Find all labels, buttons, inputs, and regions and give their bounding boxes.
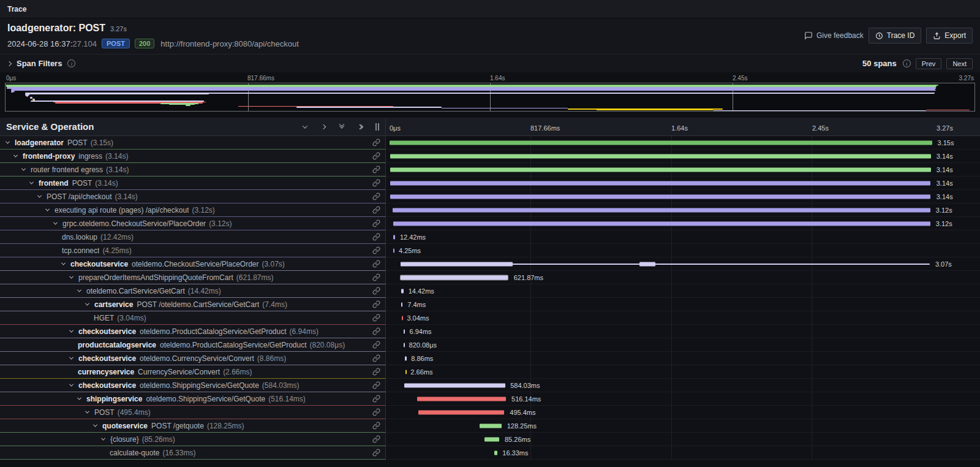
export-button[interactable]: Export [926,28,973,44]
span-timeline-cell[interactable]: 3.14s [386,150,980,163]
span-timeline-cell[interactable]: 7.4ms [386,298,980,311]
span-name-cell[interactable]: frontend-proxy ingress (3.14s) [0,150,386,163]
span-name-cell[interactable]: grpc.oteldemo.CheckoutService/PlaceOrder… [0,217,386,230]
trace-id-button[interactable]: Trace ID [869,28,922,44]
chevron-down-icon[interactable] [46,208,55,211]
span-row[interactable]: executing api route (pages) /api/checkou… [0,203,980,217]
chevron-down-icon[interactable] [78,289,86,292]
chevron-down-icon[interactable] [70,330,78,333]
span-row[interactable]: tcp.connect (4.25ms) 4.25ms [0,244,980,257]
span-row[interactable]: loadgenerator POST (3.15s) 3.15s [0,136,980,150]
chevron-down-icon[interactable] [22,168,31,171]
link-icon[interactable] [369,395,385,403]
span-name-cell[interactable]: {closure} (85.26ms) [0,433,386,446]
span-bar[interactable] [494,450,497,455]
chevron-down-icon[interactable] [70,384,78,387]
span-row[interactable]: frontend-proxy ingress (3.14s) 3.14s [0,150,980,163]
span-bar[interactable] [393,221,931,226]
span-name-cell[interactable]: prepareOrderItemsAndShippingQuoteFromCar… [0,271,386,284]
span-name-cell[interactable]: router frontend egress (3.14s) [0,163,386,177]
chevron-down-icon[interactable] [78,397,86,400]
prev-button[interactable]: Prev [916,58,942,69]
span-timeline-cell[interactable]: 4.25ms [386,244,980,257]
span-row[interactable]: cartservice POST /oteldemo.CartService/G… [0,298,980,311]
span-name-cell[interactable]: productcatalogservice oteldemo.ProductCa… [0,338,386,352]
span-timeline-cell[interactable]: 128.25ms [386,419,980,433]
span-row[interactable]: quoteservice POST /getquote (128.25ms) 1… [0,419,980,433]
chevron-down-icon[interactable] [30,181,39,184]
span-bar[interactable] [393,248,394,252]
span-name-cell[interactable]: executing api route (pages) /api/checkou… [0,203,386,217]
span-timeline-cell[interactable]: 516.14ms [386,392,980,406]
span-row[interactable]: frontend POST (3.14s) 3.14s [0,177,980,190]
link-icon[interactable] [369,206,385,214]
link-icon[interactable] [369,435,385,443]
span-row[interactable]: oteldemo.CartService/GetCart (14.42ms) 1… [0,284,980,298]
chevron-down-icon[interactable] [54,222,62,225]
span-row[interactable]: checkoutservice oteldemo.ProductCatalogS… [0,325,980,338]
span-timeline-cell[interactable]: 8.86ms [386,352,980,365]
expand-all-icon[interactable] [356,123,364,131]
span-name-cell[interactable]: POST /api/checkout (3.14s) [0,190,386,203]
span-timeline-cell[interactable]: 16.33ms [386,446,980,460]
link-icon[interactable] [369,260,385,268]
span-row[interactable]: shippingservice oteldemo.ShippingService… [0,392,980,406]
span-bar[interactable] [390,194,930,199]
span-bar[interactable] [393,208,930,212]
link-icon[interactable] [369,287,385,295]
chevron-down-icon[interactable] [86,411,94,414]
span-row[interactable]: router frontend egress (3.14s) 3.14s [0,163,980,177]
link-icon[interactable] [369,179,385,187]
span-timeline-cell[interactable]: 14.42ms [386,284,980,298]
chevron-down-icon[interactable] [62,262,70,265]
chevron-down-icon[interactable] [38,195,47,198]
span-name-cell[interactable]: quoteservice POST /getquote (128.25ms) [0,419,386,433]
link-icon[interactable] [369,273,385,281]
collapse-one-icon[interactable] [301,123,309,131]
next-button[interactable]: Next [946,58,973,69]
span-bar[interactable] [390,181,930,185]
span-timeline-cell[interactable]: 3.15s [386,136,980,150]
span-name-cell[interactable]: dns.lookup (12.42ms) [0,230,386,244]
span-bar[interactable] [404,383,505,387]
span-timeline-cell[interactable]: 495.4ms [386,406,980,419]
span-timeline-cell[interactable]: 6.94ms [386,325,980,338]
link-icon[interactable] [369,233,385,241]
link-icon[interactable] [369,139,385,146]
span-name-cell[interactable]: tcp.connect (4.25ms) [0,244,386,257]
span-bar[interactable] [484,437,499,441]
link-icon[interactable] [369,449,385,457]
give-feedback-button[interactable]: Give feedback [804,31,864,40]
link-icon[interactable] [369,368,385,376]
chevron-down-icon[interactable] [70,276,78,279]
span-timeline-cell[interactable]: 3.04ms [386,311,980,325]
span-timeline-cell[interactable]: 3.07s [386,257,980,271]
span-bar[interactable] [402,316,403,320]
span-bar[interactable] [404,329,405,333]
span-timeline-cell[interactable]: 85.26ms [386,433,980,446]
link-icon[interactable] [369,192,385,200]
span-row[interactable]: prepareOrderItemsAndShippingQuoteFromCar… [0,271,980,284]
span-name-cell[interactable]: checkoutservice oteldemo.CurrencyService… [0,352,386,365]
span-timeline-cell[interactable]: 3.14s [386,177,980,190]
span-bar[interactable] [390,167,931,172]
collapse-all-icon[interactable] [337,123,346,131]
span-timeline-cell[interactable]: 3.14s [386,190,980,203]
span-name-cell[interactable]: oteldemo.CartService/GetCart (14.42ms) [0,284,386,298]
link-icon[interactable] [369,314,385,322]
chevron-down-icon[interactable] [94,424,102,427]
chevron-down-icon[interactable] [14,154,23,158]
chevron-down-icon[interactable] [102,438,110,441]
link-icon[interactable] [369,165,385,173]
span-name-cell[interactable]: checkoutservice oteldemo.ProductCatalogS… [0,325,386,338]
span-bar[interactable] [390,140,932,145]
span-bar[interactable] [405,356,406,360]
span-name-cell[interactable]: checkoutservice oteldemo.ShippingService… [0,379,386,392]
span-name-cell[interactable]: POST (495.4ms) [0,406,386,419]
span-row[interactable]: calculate-quote (16.33ms) 16.33ms [0,446,980,460]
link-icon[interactable] [369,422,385,430]
span-bar[interactable] [417,397,506,401]
minimap[interactable] [5,83,975,112]
span-bar[interactable] [405,370,407,374]
span-timeline-cell[interactable]: 621.87ms [386,271,980,284]
